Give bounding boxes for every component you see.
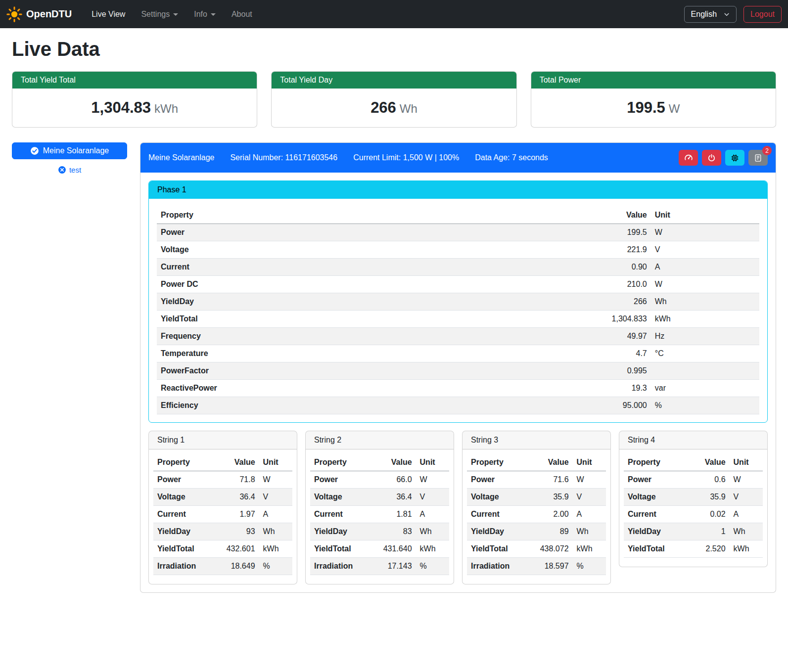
nav-item-about[interactable]: About <box>225 6 259 23</box>
row-unit: W <box>651 276 759 293</box>
nav-item-about-label: About <box>232 10 252 19</box>
table-row: Irradiation 18.597 % <box>467 558 606 575</box>
column-header-value: Value <box>534 454 573 471</box>
sidebar-item-active-inverter[interactable]: Meine Solaranlage <box>12 142 127 159</box>
string-table-head: Property Value Unit <box>310 454 449 471</box>
table-row: Power 66.0 W <box>310 471 449 489</box>
row-value: 1,304.833 <box>560 311 651 328</box>
table-row: Frequency 49.97 Hz <box>157 328 759 345</box>
event-log-button[interactable]: 2 <box>748 150 768 166</box>
table-row: Power DC 210.0 W <box>157 276 759 293</box>
column-header-unit: Unit <box>651 207 759 224</box>
inverter-panel-body: Phase 1 Property Value Unit <box>140 173 776 592</box>
row-property: PowerFactor <box>157 362 560 380</box>
row-unit: V <box>651 241 759 259</box>
main-row: Meine Solaranlage test Meine Solaranlage… <box>12 142 776 593</box>
row-property: YieldDay <box>157 293 560 311</box>
column-header-value: Value <box>220 454 259 471</box>
table-row: Voltage 35.9 V <box>624 489 763 506</box>
gauge-icon <box>684 153 693 162</box>
row-value: 1 <box>691 523 730 540</box>
row-unit: W <box>573 471 606 489</box>
row-property: Current <box>624 506 691 523</box>
nav-item-settings[interactable]: Settings <box>134 6 185 23</box>
row-unit: Wh <box>259 523 292 540</box>
x-circle-icon <box>58 166 66 174</box>
table-row: PowerFactor 0.995 <box>157 362 759 380</box>
row-property: YieldTotal <box>467 540 534 558</box>
row-value: 93 <box>220 523 259 540</box>
journal-icon <box>754 154 762 162</box>
nav-item-settings-label: Settings <box>141 10 170 19</box>
row-property: Voltage <box>467 489 534 506</box>
table-row: Temperature 4.7 °C <box>157 345 759 362</box>
row-unit: A <box>651 259 759 276</box>
row-unit: V <box>259 489 292 506</box>
row-property: YieldDay <box>310 523 377 540</box>
column-header-unit: Unit <box>259 454 292 471</box>
row-property: Voltage <box>310 489 377 506</box>
table-row: Current 0.02 A <box>624 506 763 523</box>
row-property: Voltage <box>153 489 220 506</box>
row-unit: var <box>651 380 759 397</box>
phase-table-body: Power 199.5 W Voltage 221.9 V Current <box>157 224 759 414</box>
row-property: Current <box>467 506 534 523</box>
row-value: 71.8 <box>220 471 259 489</box>
power-icon <box>707 154 716 162</box>
nav-item-info-label: Info <box>194 10 207 19</box>
row-value: 18.597 <box>534 558 573 575</box>
table-row: Current 2.00 A <box>467 506 606 523</box>
inverter-serial: Serial Number: 116171603546 <box>230 153 337 162</box>
row-unit: A <box>573 506 606 523</box>
nav-links: Live View Settings Info About <box>85 6 680 23</box>
table-row: YieldDay 83 Wh <box>310 523 449 540</box>
row-unit: Wh <box>416 523 449 540</box>
table-row: YieldTotal 438.072 kWh <box>467 540 606 558</box>
limit-settings-button[interactable] <box>679 150 698 166</box>
string-table-head: Property Value Unit <box>153 454 292 471</box>
language-select[interactable]: English <box>684 6 737 23</box>
card-body: 266Wh <box>272 89 516 127</box>
table-header-row: Property Value Unit <box>153 454 292 471</box>
logout-button[interactable]: Logout <box>743 6 782 23</box>
row-value: 210.0 <box>560 276 651 293</box>
card-total-yield-day: Total Yield Day 266Wh <box>271 71 516 128</box>
string-card-2: String 2 Property Value Unit <box>305 431 454 584</box>
table-row: YieldDay 266 Wh <box>157 293 759 311</box>
inverter-sidebar: Meine Solaranlage test <box>12 142 127 174</box>
row-unit: % <box>259 558 292 575</box>
string-title: String 1 <box>149 431 297 449</box>
row-value: 89 <box>534 523 573 540</box>
row-property: Power <box>310 471 377 489</box>
string-body: Property Value Unit Power 0.6 <box>619 449 767 567</box>
device-info-button[interactable] <box>725 150 744 166</box>
caret-down-icon <box>211 13 216 16</box>
event-count-badge: 2 <box>762 146 772 155</box>
brand-link[interactable]: OpenDTU <box>6 6 72 22</box>
string-table: Property Value Unit Power 71.8 <box>153 454 292 575</box>
power-button[interactable] <box>702 150 721 166</box>
row-unit: kWh <box>651 311 759 328</box>
row-property: Current <box>153 506 220 523</box>
table-row: Voltage 221.9 V <box>157 241 759 259</box>
table-row: Power 0.6 W <box>624 471 763 489</box>
string-title: String 2 <box>306 431 454 449</box>
row-property: Irradiation <box>310 558 377 575</box>
row-unit: kWh <box>730 540 763 558</box>
string-title: String 3 <box>463 431 610 449</box>
language-select-value: English <box>691 10 717 19</box>
table-row: Current 1.97 A <box>153 506 292 523</box>
row-value: 83 <box>377 523 416 540</box>
column-header-property: Property <box>153 454 220 471</box>
column-header-unit: Unit <box>416 454 449 471</box>
nav-item-info[interactable]: Info <box>187 6 223 23</box>
table-header-row: Property Value Unit <box>157 207 759 224</box>
column-header-unit: Unit <box>573 454 606 471</box>
table-row: Voltage 35.9 V <box>467 489 606 506</box>
nav-item-live-view[interactable]: Live View <box>85 6 132 23</box>
row-property: Power <box>153 471 220 489</box>
sidebar-item-inactive-inverter[interactable]: test <box>12 166 127 174</box>
row-property: YieldDay <box>624 523 691 540</box>
table-row: Power 199.5 W <box>157 224 759 241</box>
card-unit: Wh <box>400 102 417 115</box>
